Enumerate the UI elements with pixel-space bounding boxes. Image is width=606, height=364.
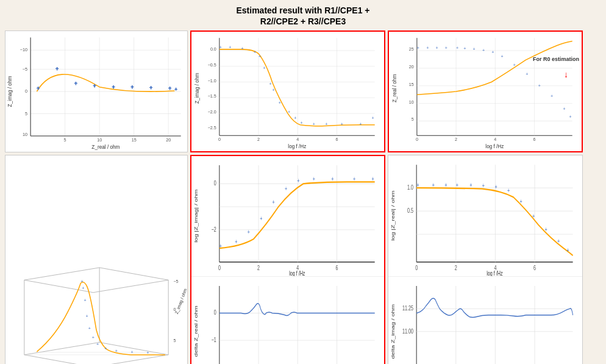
- svg-text:11.25: 11.25: [402, 305, 413, 312]
- svg-text:log |Z_imag| / ohm: log |Z_imag| / ohm: [194, 190, 199, 243]
- svg-text:+: +: [254, 50, 256, 55]
- svg-text:+: +: [445, 46, 447, 51]
- svg-text:Z_real / ohm: Z_real / ohm: [392, 74, 397, 102]
- svg-text:0: 0: [218, 265, 221, 272]
- svg-text:+: +: [84, 298, 86, 303]
- svg-text:+: +: [491, 50, 494, 55]
- svg-text:+: +: [149, 85, 152, 91]
- svg-text:+: +: [526, 73, 528, 77]
- svg-text:+: +: [131, 350, 134, 355]
- svg-text:+: +: [456, 46, 458, 51]
- r0-arrow: ↓: [564, 70, 568, 79]
- svg-text:+: +: [258, 55, 261, 60]
- svg-text:+: +: [432, 182, 435, 189]
- svg-text:+: +: [112, 85, 115, 90]
- svg-text:+: +: [353, 176, 355, 183]
- svg-text:log f /Hz: log f /Hz: [487, 270, 503, 276]
- svg-text:6: 6: [533, 265, 536, 272]
- svg-text:−10: −10: [20, 48, 27, 53]
- svg-text:+: +: [372, 116, 374, 121]
- svg-text:+: +: [235, 238, 237, 246]
- svg-text:+: +: [473, 47, 476, 52]
- svg-text:+: +: [313, 122, 315, 127]
- svg-text:+: +: [37, 86, 40, 91]
- svg-text:20: 20: [409, 65, 414, 70]
- svg-text:+: +: [96, 342, 99, 347]
- svg-text:5: 5: [25, 111, 27, 116]
- svg-text:delta Z_imag / ohm: delta Z_imag / ohm: [391, 304, 396, 359]
- svg-text:−1: −1: [212, 337, 216, 344]
- svg-text:+: +: [74, 81, 77, 87]
- svg-text:0: 0: [218, 138, 221, 143]
- svg-text:−2.5: −2.5: [208, 126, 216, 130]
- svg-text:+: +: [263, 66, 265, 71]
- svg-text:0: 0: [214, 180, 216, 187]
- svg-text:+: +: [557, 238, 560, 245]
- svg-text:+: +: [359, 122, 362, 127]
- svg-text:5: 5: [412, 118, 414, 123]
- svg-text:+: +: [341, 122, 343, 127]
- svg-text:1.0: 1.0: [407, 184, 413, 191]
- svg-text:+: +: [248, 229, 250, 236]
- svg-text:25: 25: [409, 47, 414, 52]
- svg-text:+: +: [544, 226, 547, 234]
- svg-text:2: 2: [257, 265, 260, 272]
- svg-text:0.0: 0.0: [210, 47, 216, 52]
- svg-text:+: +: [55, 66, 59, 72]
- svg-text:0: 0: [415, 265, 418, 272]
- svg-text:15: 15: [132, 138, 137, 143]
- svg-text:+: +: [444, 182, 447, 189]
- r0-annotation-label: For R0 estimation: [533, 56, 579, 63]
- svg-text:+: +: [325, 122, 327, 127]
- svg-text:Z_imag / ohm: Z_imag / ohm: [7, 76, 13, 107]
- svg-text:+: +: [131, 85, 134, 90]
- svg-text:2: 2: [455, 265, 457, 272]
- svg-text:6: 6: [336, 265, 338, 272]
- svg-text:log f /Hz: log f /Hz: [289, 270, 305, 276]
- svg-text:log |Z_real| / ohm: log |Z_real| / ohm: [391, 191, 396, 241]
- svg-text:0: 0: [214, 309, 216, 316]
- svg-text:4: 4: [296, 138, 299, 143]
- svg-text:+: +: [174, 87, 177, 92]
- svg-text:+: +: [416, 182, 419, 189]
- svg-text:+: +: [241, 46, 244, 51]
- svg-text:+: +: [219, 45, 222, 50]
- svg-text:−5: −5: [173, 280, 178, 285]
- svg-text:+: +: [294, 116, 296, 121]
- svg-text:+: +: [482, 48, 485, 53]
- svg-text:2: 2: [455, 138, 457, 143]
- svg-text:+: +: [115, 349, 118, 354]
- right-stacked-plots: + + + + + + + + + + + + + 1.0 0.5 0 2 4 …: [388, 155, 583, 364]
- svg-text:+: +: [229, 45, 231, 50]
- svg-text:delta Z_real / ohm: delta Z_real / ohm: [194, 305, 199, 357]
- svg-text:10: 10: [409, 100, 414, 105]
- svg-text:10: 10: [23, 132, 27, 137]
- 3d-plot: + + + + + + + + + + + −5 0 5 Z_imag / oh…: [5, 155, 188, 364]
- svg-text:+: +: [279, 101, 281, 105]
- svg-text:+: +: [269, 82, 271, 87]
- svg-text:2: 2: [257, 138, 260, 143]
- svg-text:+: +: [331, 176, 333, 183]
- svg-text:+: +: [435, 46, 438, 51]
- svg-text:+: +: [219, 243, 222, 250]
- svg-text:0: 0: [25, 88, 27, 94]
- svg-text:6: 6: [533, 138, 536, 143]
- svg-text:0.5: 0.5: [407, 207, 413, 215]
- delta-zimag-plot: 11.25 11.00 0 2 4 6 log f /Hz delta Z_im…: [388, 276, 582, 364]
- svg-text:+: +: [513, 63, 516, 68]
- svg-text:+: +: [507, 187, 510, 194]
- plot-grid: + + + + + + + + + −10 −5 0 5 10 5 10 15 …: [5, 30, 601, 364]
- svg-text:Z_imag / ohm: Z_imag / ohm: [174, 288, 187, 315]
- svg-text:+: +: [566, 247, 569, 254]
- svg-text:+: +: [563, 107, 565, 112]
- svg-text:−5: −5: [23, 66, 27, 72]
- svg-text:+: +: [456, 182, 458, 189]
- delta-zreal-plot: 0 −1 0 2 4 6 log f /Hz delta Z_real / oh…: [191, 276, 384, 364]
- svg-text:+: +: [569, 115, 572, 120]
- svg-text:+: +: [417, 46, 419, 51]
- svg-text:log f /Hz: log f /Hz: [288, 144, 306, 149]
- svg-text:+: +: [519, 198, 522, 205]
- svg-text:+: +: [501, 55, 503, 60]
- svg-marker-112: [24, 268, 168, 293]
- svg-text:+: +: [80, 280, 83, 285]
